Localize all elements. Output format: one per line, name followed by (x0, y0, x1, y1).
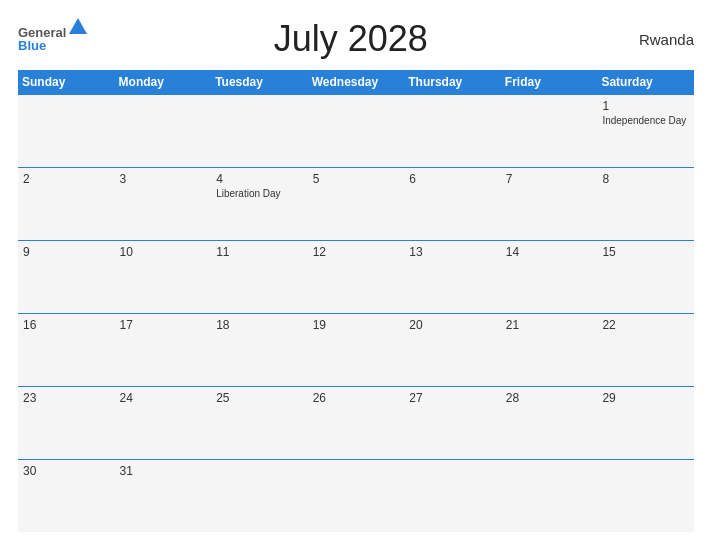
calendar-week-row: 1Independence Day (18, 95, 694, 168)
calendar-day-cell: 24 (115, 386, 212, 459)
day-number: 3 (120, 172, 207, 186)
calendar-day-cell: 1Independence Day (597, 95, 694, 168)
day-number: 25 (216, 391, 303, 405)
calendar-day-cell: 29 (597, 386, 694, 459)
calendar-day-cell: 11 (211, 240, 308, 313)
calendar-day-cell: 31 (115, 459, 212, 532)
day-number: 30 (23, 464, 110, 478)
calendar-day-cell: 12 (308, 240, 405, 313)
calendar-title: July 2028 (87, 18, 614, 60)
day-number: 19 (313, 318, 400, 332)
day-number: 14 (506, 245, 593, 259)
calendar-day-cell: 20 (404, 313, 501, 386)
calendar-day-cell: 17 (115, 313, 212, 386)
calendar-day-cell: 3 (115, 167, 212, 240)
day-of-week-header: Thursday (404, 70, 501, 95)
day-number: 2 (23, 172, 110, 186)
calendar-day-cell: 16 (18, 313, 115, 386)
calendar-day-cell: 6 (404, 167, 501, 240)
calendar-day-cell: 8 (597, 167, 694, 240)
calendar-day-cell: 15 (597, 240, 694, 313)
day-number: 15 (602, 245, 689, 259)
day-number: 8 (602, 172, 689, 186)
day-number: 18 (216, 318, 303, 332)
day-number: 16 (23, 318, 110, 332)
country-name: Rwanda (614, 31, 694, 48)
day-number: 20 (409, 318, 496, 332)
calendar-body: 1Independence Day234Liberation Day567891… (18, 95, 694, 533)
day-number: 5 (313, 172, 400, 186)
calendar-day-cell (211, 459, 308, 532)
calendar-day-cell: 30 (18, 459, 115, 532)
calendar-day-cell: 25 (211, 386, 308, 459)
day-number: 21 (506, 318, 593, 332)
calendar-day-cell: 21 (501, 313, 598, 386)
day-of-week-header: Sunday (18, 70, 115, 95)
calendar-day-cell (211, 95, 308, 168)
calendar-day-cell: 2 (18, 167, 115, 240)
day-number: 9 (23, 245, 110, 259)
day-of-week-header: Friday (501, 70, 598, 95)
day-number: 28 (506, 391, 593, 405)
calendar-day-cell: 10 (115, 240, 212, 313)
day-of-week-header: Tuesday (211, 70, 308, 95)
calendar-day-cell: 9 (18, 240, 115, 313)
calendar-week-row: 234Liberation Day5678 (18, 167, 694, 240)
day-number: 12 (313, 245, 400, 259)
calendar-table: SundayMondayTuesdayWednesdayThursdayFrid… (18, 70, 694, 532)
day-of-week-header: Wednesday (308, 70, 405, 95)
calendar-day-cell: 22 (597, 313, 694, 386)
holiday-name: Liberation Day (216, 188, 303, 200)
calendar-day-cell: 18 (211, 313, 308, 386)
calendar-day-cell: 23 (18, 386, 115, 459)
holiday-name: Independence Day (602, 115, 689, 127)
calendar-day-cell: 26 (308, 386, 405, 459)
day-of-week-header: Monday (115, 70, 212, 95)
logo-blue-text: Blue (18, 39, 87, 52)
calendar-day-cell (501, 95, 598, 168)
day-of-week-header: Saturday (597, 70, 694, 95)
day-number: 29 (602, 391, 689, 405)
calendar-day-cell: 27 (404, 386, 501, 459)
page-header: General Blue July 2028 Rwanda (18, 18, 694, 60)
day-number: 26 (313, 391, 400, 405)
calendar-day-cell: 4Liberation Day (211, 167, 308, 240)
logo-triangle-icon (69, 18, 87, 34)
calendar-header: SundayMondayTuesdayWednesdayThursdayFrid… (18, 70, 694, 95)
day-number: 23 (23, 391, 110, 405)
calendar-day-cell: 5 (308, 167, 405, 240)
calendar-day-cell (308, 459, 405, 532)
calendar-day-cell (597, 459, 694, 532)
calendar-week-row: 9101112131415 (18, 240, 694, 313)
calendar-week-row: 23242526272829 (18, 386, 694, 459)
calendar-day-cell (501, 459, 598, 532)
calendar-week-row: 16171819202122 (18, 313, 694, 386)
day-number: 7 (506, 172, 593, 186)
calendar-day-cell: 14 (501, 240, 598, 313)
day-number: 6 (409, 172, 496, 186)
calendar-day-cell: 13 (404, 240, 501, 313)
day-number: 22 (602, 318, 689, 332)
day-number: 1 (602, 99, 689, 113)
day-number: 10 (120, 245, 207, 259)
calendar-day-cell: 19 (308, 313, 405, 386)
calendar-day-cell: 7 (501, 167, 598, 240)
calendar-day-cell (404, 459, 501, 532)
calendar-day-cell (308, 95, 405, 168)
logo: General Blue (18, 26, 87, 52)
days-of-week-row: SundayMondayTuesdayWednesdayThursdayFrid… (18, 70, 694, 95)
day-number: 4 (216, 172, 303, 186)
calendar-day-cell (115, 95, 212, 168)
day-number: 11 (216, 245, 303, 259)
calendar-day-cell: 28 (501, 386, 598, 459)
calendar-week-row: 3031 (18, 459, 694, 532)
day-number: 17 (120, 318, 207, 332)
day-number: 24 (120, 391, 207, 405)
calendar-day-cell (18, 95, 115, 168)
day-number: 13 (409, 245, 496, 259)
calendar-day-cell (404, 95, 501, 168)
day-number: 27 (409, 391, 496, 405)
day-number: 31 (120, 464, 207, 478)
